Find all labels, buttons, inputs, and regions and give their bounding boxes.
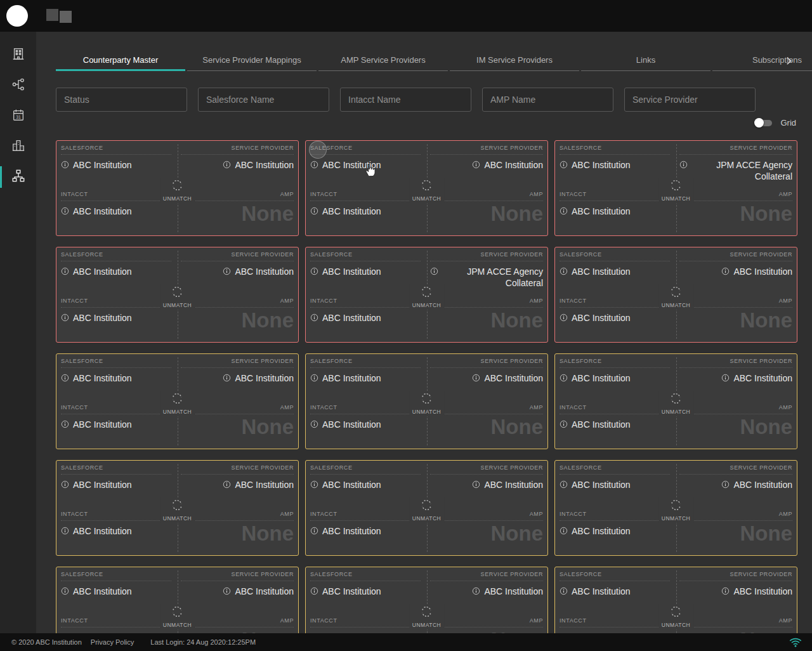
tab-subscriptions[interactable]: Subscriptions (712, 51, 812, 71)
tab-links[interactable]: Links (581, 51, 710, 71)
info-icon[interactable] (61, 207, 69, 215)
sitemap-icon (11, 169, 25, 185)
amp-value: None (183, 416, 294, 438)
info-icon[interactable] (560, 480, 568, 489)
info-icon[interactable] (223, 587, 231, 595)
info-icon[interactable] (310, 267, 318, 275)
info-icon[interactable] (310, 374, 318, 382)
info-icon[interactable] (472, 161, 480, 169)
info-icon[interactable] (560, 207, 568, 215)
salesforce-name-filter-input[interactable] (198, 88, 329, 112)
unmatch-button[interactable]: UNMATCH (160, 604, 195, 629)
tabs-scroll-right-button[interactable] (783, 55, 794, 67)
info-icon[interactable] (61, 313, 69, 322)
unmatch-button[interactable]: UNMATCH (409, 497, 444, 523)
info-icon[interactable] (472, 480, 480, 489)
service-provider-filter-input[interactable] (624, 88, 756, 112)
intacct-label: INTACCT (310, 298, 421, 308)
info-icon[interactable] (223, 267, 231, 275)
unmatch-label: UNMATCH (163, 622, 192, 628)
mapping-card: SALESFORCE ABC Institution SERVICE PROVI… (305, 140, 548, 236)
sidebar-item-workflow[interactable] (0, 70, 36, 101)
service-provider-value: ABC Institution (430, 372, 543, 384)
info-icon[interactable] (721, 267, 730, 275)
brand-mark-square-2 (60, 11, 72, 23)
intacct-label: INTACCT (61, 298, 171, 308)
info-icon[interactable] (61, 374, 69, 382)
info-icon[interactable] (223, 374, 231, 382)
info-icon[interactable] (61, 480, 69, 489)
service-provider-label: SERVICE PROVIDER (430, 251, 543, 261)
info-icon[interactable] (472, 374, 480, 382)
info-icon[interactable] (310, 420, 318, 428)
info-icon[interactable] (310, 207, 318, 215)
info-icon[interactable] (61, 527, 69, 535)
amp-label: AMP (433, 298, 543, 308)
unmatch-button[interactable]: UNMATCH (409, 604, 444, 629)
info-icon[interactable] (310, 161, 318, 169)
info-icon[interactable] (61, 587, 69, 595)
info-icon[interactable] (61, 420, 69, 428)
info-icon[interactable] (310, 527, 318, 535)
tab-service-provider-mappings[interactable]: Service Provider Mappings (187, 51, 317, 71)
unmatch-button[interactable]: UNMATCH (409, 178, 444, 203)
amp-name-filter-input[interactable] (482, 88, 613, 112)
unmatch-button[interactable]: UNMATCH (409, 391, 444, 416)
service-provider-label: SERVICE PROVIDER (679, 145, 792, 155)
service-provider-label: SERVICE PROVIDER (430, 358, 543, 368)
card-grid: SALESFORCE ABC Institution SERVICE PROVI… (56, 140, 797, 633)
filter-row (56, 88, 756, 112)
unmatch-button[interactable]: UNMATCH (160, 284, 195, 310)
unmatch-button[interactable]: UNMATCH (160, 497, 195, 523)
info-icon[interactable] (679, 161, 688, 169)
info-icon[interactable] (721, 374, 730, 382)
unmatch-button[interactable]: UNMATCH (160, 391, 195, 416)
info-icon[interactable] (430, 267, 438, 275)
info-icon[interactable] (310, 313, 318, 322)
tab-counterparty-master[interactable]: Counterparty Master (56, 51, 185, 71)
app-logo[interactable] (6, 5, 28, 27)
info-icon[interactable] (560, 161, 568, 169)
info-icon[interactable] (560, 420, 568, 428)
info-icon[interactable] (560, 374, 568, 382)
amp-section: AMP None (183, 617, 294, 633)
intacct-section: INTACCT ABC Institution (61, 191, 171, 217)
tab-im-service-providers[interactable]: IM Service Providers (450, 51, 579, 71)
info-icon[interactable] (721, 587, 730, 595)
info-icon[interactable] (472, 587, 480, 595)
sidebar-item-buildings[interactable] (0, 40, 36, 70)
intacct-label: INTACCT (61, 191, 171, 201)
info-icon[interactable] (560, 587, 568, 595)
intacct-value: ABC Institution (560, 525, 670, 537)
unmatch-button[interactable]: UNMATCH (658, 497, 693, 523)
sidebar: 31 (0, 32, 36, 633)
info-icon[interactable] (310, 587, 318, 595)
grid-view-toggle[interactable] (754, 118, 772, 128)
info-icon[interactable] (223, 480, 231, 489)
info-icon[interactable] (721, 480, 730, 489)
info-icon[interactable] (61, 267, 69, 275)
unmatch-button[interactable]: UNMATCH (658, 284, 693, 310)
status-filter-input[interactable] (56, 88, 187, 112)
unmatch-button[interactable]: UNMATCH (658, 178, 693, 203)
privacy-policy-link[interactable]: Privacy Policy (91, 638, 134, 646)
sidebar-item-mappings[interactable] (0, 162, 36, 192)
info-icon[interactable] (310, 480, 318, 489)
unmatch-button[interactable]: UNMATCH (658, 604, 693, 629)
info-icon[interactable] (560, 527, 568, 535)
info-icon[interactable] (61, 161, 69, 169)
intacct-section: INTACCT ABC Institution (310, 617, 421, 633)
info-icon[interactable] (560, 313, 568, 322)
unmatch-button[interactable]: UNMATCH (658, 391, 693, 416)
info-icon[interactable] (560, 267, 568, 275)
sidebar-item-calendar[interactable]: 31 (0, 101, 36, 131)
mapping-card: SALESFORCE ABC Institution SERVICE PROVI… (554, 140, 797, 236)
amp-value: None (433, 310, 543, 332)
info-icon[interactable] (223, 161, 231, 169)
unmatch-button[interactable]: UNMATCH (160, 178, 195, 203)
sidebar-item-city[interactable] (0, 131, 36, 162)
intacct-name-filter-input[interactable] (340, 88, 471, 112)
amp-value: None (682, 310, 792, 332)
tab-amp-service-providers[interactable]: AMP Service Providers (318, 51, 448, 71)
unmatch-button[interactable]: UNMATCH (409, 284, 444, 310)
